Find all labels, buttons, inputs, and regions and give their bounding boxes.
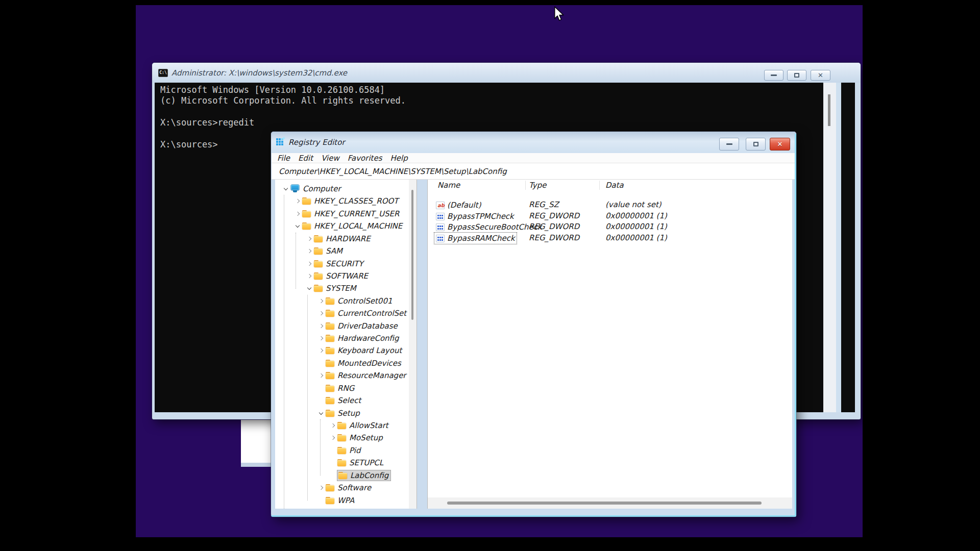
chevron-down-icon[interactable] [281,183,290,195]
chevron-right-icon[interactable] [316,482,326,494]
tree-key[interactable]: HKEY_USERS [302,508,365,509]
tree-item-rng[interactable]: RNG [275,382,416,394]
registry-address-bar[interactable]: Computer\HKEY_LOCAL_MACHINE\SYSTEM\Setup… [272,163,796,180]
chevron-down-icon[interactable] [293,220,302,232]
tree-key[interactable]: CurrentControlSet [326,308,408,318]
column-header-data[interactable]: Data [605,181,624,190]
tree-key[interactable]: Computer [290,184,343,194]
registry-values-pane[interactable]: NameTypeData (Default)REG_SZ(value not s… [427,180,792,509]
registry-value-row-bypasstpmcheck[interactable]: BypassTPMCheckREG_DWORD0x00000001 (1) [428,211,792,222]
tree-key[interactable]: WPA [326,495,356,506]
tree-key[interactable]: SYSTEM [314,283,358,293]
chevron-right-icon[interactable] [316,295,326,307]
tree-item-software[interactable]: Software [275,482,416,494]
cmd-maximize-button[interactable] [787,70,806,81]
console-scrollbar-thumb[interactable] [828,94,830,126]
tree-key[interactable]: SETUPCL [337,458,385,468]
value-name[interactable]: (Default) [434,199,483,211]
tree-item-hardwareconfig[interactable]: HardwareConfig [275,332,416,344]
tree-item-driverdatabase[interactable]: DriverDatabase [275,320,416,332]
chevron-right-icon[interactable] [293,195,302,207]
tree-key[interactable]: ControlSet001 [326,296,394,306]
tree-item-resourcemanager[interactable]: ResourceManager [275,369,416,382]
menu-view[interactable]: View [321,154,339,163]
tree-item-setup[interactable]: Setup [275,407,416,419]
tree-key[interactable]: MoSetup [337,433,385,443]
column-separator[interactable] [525,181,526,190]
chevron-right-icon[interactable] [316,320,326,332]
tree-key[interactable]: HKEY_LOCAL_MACHINE [302,221,404,231]
chevron-right-icon[interactable] [305,245,314,257]
tree-item-hkey-users[interactable]: HKEY_USERS [275,507,416,509]
tree-item-mosetup[interactable]: MoSetup [275,432,416,444]
chevron-right-icon[interactable] [328,419,337,432]
chevron-right-icon[interactable] [316,344,326,357]
selected-tree-key[interactable]: LabConfig [337,470,390,481]
tree-item-wpa[interactable]: WPA [275,494,416,507]
tree-item-sam[interactable]: SAM [275,245,416,257]
menu-edit[interactable]: Edit [298,154,313,163]
tree-key[interactable]: Software [326,483,373,493]
tree-key[interactable]: HardwareConfig [326,333,401,343]
chevron-right-icon[interactable] [328,432,337,444]
tree-key[interactable]: MountedDevices [326,358,403,368]
registry-tree[interactable]: ComputerHKEY_CLASSES_ROOTHKEY_CURRENT_US… [275,180,417,509]
column-separator[interactable] [599,181,600,190]
tree-item-hkey-local-machine[interactable]: HKEY_LOCAL_MACHINE [275,220,416,232]
console-vertical-scrollbar[interactable] [823,83,836,412]
regedit-maximize-button[interactable] [746,138,766,151]
chevron-right-icon[interactable] [316,369,326,382]
tree-item-keyboard-layout[interactable]: Keyboard Layout [275,344,416,357]
menu-file[interactable]: File [277,154,290,163]
tree-key[interactable]: SECURITY [314,259,365,269]
chevron-right-icon[interactable] [316,332,326,344]
tree-key[interactable]: SAM [314,246,345,256]
tree-key[interactable]: HKEY_CURRENT_USER [302,209,401,219]
chevron-right-icon[interactable] [316,307,326,319]
cmd-titlebar[interactable]: C:\ Administrator: X:\windows\system32\c… [152,63,861,83]
tree-key[interactable]: Select [326,395,363,406]
tree-key[interactable]: Setup [326,408,362,418]
registry-value-row--default-[interactable]: (Default)REG_SZ(value not set) [428,199,792,211]
values-horizontal-scrollbar[interactable] [428,497,792,509]
chevron-right-icon[interactable] [293,208,302,220]
tree-item-allowstart[interactable]: AllowStart [275,419,416,432]
chevron-right-icon[interactable] [293,507,302,509]
tree-key[interactable]: ResourceManager [326,370,408,381]
chevron-down-icon[interactable] [305,282,314,294]
tree-item-software[interactable]: SOFTWARE [275,270,416,282]
tree-key[interactable]: DriverDatabase [326,321,400,331]
chevron-right-icon[interactable] [305,258,314,270]
tree-item-select[interactable]: Select [275,394,416,407]
menu-favorites[interactable]: Favorites [348,154,382,163]
value-name[interactable]: BypassSecureBootCheck [434,221,544,233]
tree-key[interactable]: HARDWARE [314,234,373,244]
tree-key[interactable]: AllowStart [337,420,390,431]
chevron-right-icon[interactable] [305,270,314,282]
tree-key[interactable]: RNG [326,383,356,393]
tree-item-system[interactable]: SYSTEM [275,282,416,294]
tree-item-mounteddevices[interactable]: MountedDevices [275,357,416,369]
tree-item-hkey-classes-root[interactable]: HKEY_CLASSES_ROOT [275,195,416,207]
tree-item-controlset001[interactable]: ControlSet001 [275,295,416,307]
tree-key[interactable]: Keyboard Layout [326,345,404,356]
regedit-close-button[interactable]: ✕ [770,138,790,151]
tree-item-setupcl[interactable]: SETUPCL [275,457,416,469]
tree-item-pid[interactable]: Pid [275,444,416,457]
chevron-down-icon[interactable] [316,407,326,419]
tree-item-computer[interactable]: Computer [275,183,416,195]
tree-key[interactable]: Pid [337,445,362,456]
column-header-name[interactable]: Name [437,181,460,190]
regedit-minimize-button[interactable] [719,138,739,151]
focused-value-name[interactable]: BypassRAMCheck [434,233,517,244]
cmd-minimize-button[interactable] [764,70,783,81]
tree-scrollbar-thumb[interactable] [411,190,413,320]
tree-item-security[interactable]: SECURITY [275,258,416,270]
registry-value-row-bypasssecurebootcheck[interactable]: BypassSecureBootCheckREG_DWORD0x00000001… [428,221,792,233]
tree-key[interactable]: SOFTWARE [314,271,370,281]
cmd-close-button[interactable]: ✕ [811,70,830,81]
tree-item-hardware[interactable]: HARDWARE [275,233,416,245]
regedit-titlebar[interactable]: Registry Editor [271,132,796,153]
value-name[interactable]: BypassTPMCheck [434,211,516,222]
tree-key[interactable]: HKEY_CLASSES_ROOT [302,196,400,206]
